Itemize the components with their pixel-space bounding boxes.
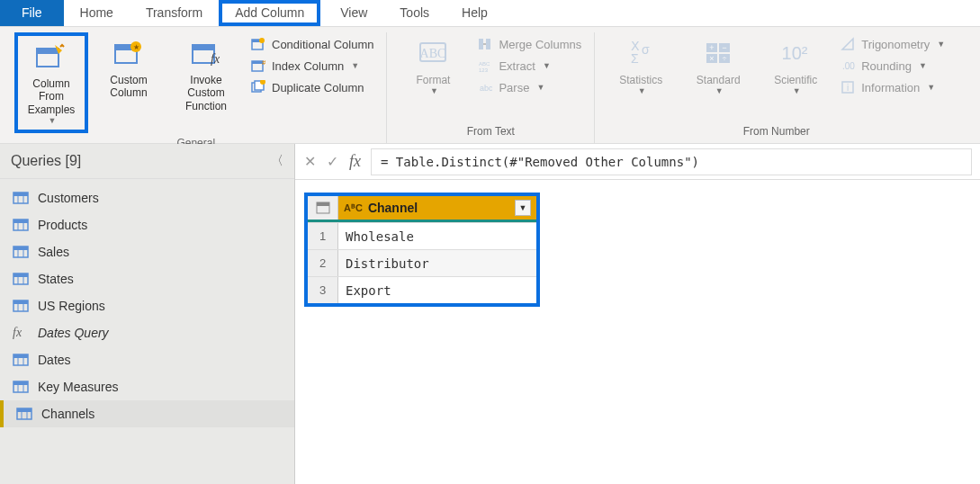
query-item-dates[interactable]: Dates	[0, 346, 294, 373]
query-item-sales[interactable]: Sales	[0, 238, 294, 265]
queries-header: Queries [9] 〈	[0, 144, 294, 179]
query-item-channels[interactable]: Channels	[0, 400, 294, 427]
ribbon-group-from-number: X̄σΣ Statistics ▼ +−×÷ Standard ▼ 10² Sc…	[595, 32, 958, 143]
svg-point-11	[259, 38, 265, 43]
standard-button[interactable]: +−×÷ Standard ▼	[681, 32, 755, 100]
scientific-label: Scientific	[774, 74, 817, 86]
svg-rect-21	[486, 39, 490, 49]
statistics-button[interactable]: X̄σΣ Statistics ▼	[604, 32, 678, 100]
svg-rect-7	[193, 45, 214, 50]
tab-file[interactable]: File	[0, 0, 64, 26]
table-row[interactable]: 2 Distributor	[308, 249, 536, 276]
statistics-label: Statistics	[619, 74, 662, 86]
chevron-down-icon: ▼	[49, 116, 57, 126]
chevron-down-icon: ▼	[919, 61, 927, 70]
query-item-label: Products	[38, 218, 87, 232]
conditional-column-icon	[250, 36, 266, 52]
svg-text:.00: .00	[842, 61, 855, 71]
svg-text:σ: σ	[642, 42, 650, 57]
trigonometry-button[interactable]: Trigonometry ▼	[840, 36, 945, 52]
statistics-icon: X̄σΣ	[624, 36, 658, 70]
svg-text:×: ×	[710, 54, 715, 63]
svg-rect-45	[13, 220, 28, 223]
trigonometry-label: Trigonometry	[861, 38, 930, 51]
collapse-panel-button[interactable]: 〈	[271, 153, 283, 169]
query-item-customers[interactable]: Customers	[0, 184, 294, 211]
table-corner-button[interactable]	[308, 196, 338, 220]
chevron-down-icon: ▼	[638, 86, 646, 96]
tab-home[interactable]: Home	[64, 0, 130, 26]
scientific-icon: 10²	[778, 36, 813, 70]
table-row[interactable]: 3 Export	[308, 276, 536, 303]
index-column-button[interactable]: # Index Column ▼	[250, 58, 373, 74]
query-item-us-regions[interactable]: US Regions	[0, 292, 294, 319]
svg-text:10²: 10²	[782, 43, 808, 63]
duplicate-column-button[interactable]: Duplicate Column	[250, 79, 373, 95]
table-icon	[13, 354, 29, 366]
fx-icon: fx	[13, 326, 29, 340]
tab-view[interactable]: View	[324, 0, 383, 26]
custom-column-label: Custom Column	[94, 74, 164, 100]
chevron-down-icon: ▼	[543, 61, 551, 70]
svg-text:ABC: ABC	[420, 47, 446, 60]
svg-text:−: −	[723, 43, 727, 52]
standard-icon: +−×÷	[701, 36, 735, 70]
query-item-key-measures[interactable]: Key Measures	[0, 373, 294, 400]
query-item-products[interactable]: Products	[0, 211, 294, 238]
cell: Wholesale	[338, 223, 536, 249]
query-item-dates-query[interactable]: fx Dates Query	[0, 319, 294, 346]
rounding-button[interactable]: .00 Rounding ▼	[840, 58, 945, 74]
merge-columns-button[interactable]: Merge Columns	[477, 36, 581, 52]
ribbon-group-from-text-label: From Text	[467, 121, 515, 143]
svg-rect-49	[13, 246, 28, 250]
column-from-examples-button[interactable]: Column From Examples ▼	[14, 32, 88, 133]
fx-icon: fx	[349, 152, 361, 171]
extract-button[interactable]: ABC123 Extract ▼	[477, 58, 581, 74]
format-icon: ABC	[416, 36, 450, 70]
trigonometry-icon	[840, 36, 856, 52]
information-label: Information	[861, 81, 920, 94]
svg-rect-65	[13, 381, 28, 385]
custom-column-icon: ★	[112, 36, 146, 70]
table-row[interactable]: 1 Wholesale	[308, 222, 536, 249]
table-icon	[13, 219, 29, 231]
table-header-row: AᴮC Channel ▼	[308, 196, 536, 222]
column-name: Channel	[368, 201, 418, 215]
column-type-icon: AᴮC	[344, 202, 363, 214]
svg-text:★: ★	[133, 43, 139, 51]
parse-button[interactable]: abc Parse ▼	[477, 79, 581, 95]
row-number: 3	[308, 277, 338, 303]
queries-header-label: Queries [9]	[11, 153, 81, 169]
query-list: Customers Products Sales States US Regio…	[0, 179, 294, 433]
rounding-label: Rounding	[861, 59, 912, 73]
extract-label: Extract	[499, 59, 535, 73]
ribbon-group-general: Column From Examples ▼ ★ Custom Column f…	[5, 32, 387, 143]
conditional-column-button[interactable]: Conditional Column	[250, 36, 373, 52]
accept-formula-button[interactable]: ✓	[327, 153, 338, 170]
column-header-channel[interactable]: AᴮC Channel ▼	[338, 196, 536, 220]
column-from-examples-icon	[34, 40, 68, 74]
conditional-column-label: Conditional Column	[272, 38, 373, 51]
queries-panel: Queries [9] 〈 Customers Products Sales S…	[0, 144, 295, 484]
information-button[interactable]: i Information ▼	[840, 79, 945, 95]
tab-add-column[interactable]: Add Column	[219, 0, 320, 26]
index-column-label: Index Column	[272, 59, 344, 73]
column-filter-button[interactable]: ▼	[515, 200, 531, 216]
query-item-label: States	[38, 272, 74, 286]
data-table: AᴮC Channel ▼ 1 Wholesale 2 Distributor …	[304, 193, 540, 307]
tab-help[interactable]: Help	[445, 0, 504, 26]
formula-input[interactable]	[372, 149, 971, 175]
query-item-states[interactable]: States	[0, 265, 294, 292]
query-item-label: Sales	[38, 245, 69, 259]
invoke-custom-function-button[interactable]: fx Invoke Custom Function	[169, 32, 243, 116]
tab-transform[interactable]: Transform	[130, 0, 219, 26]
ribbon: Column From Examples ▼ ★ Custom Column f…	[0, 27, 980, 144]
merge-columns-label: Merge Columns	[499, 38, 581, 51]
scientific-button[interactable]: 10² Scientific ▼	[759, 32, 832, 100]
query-item-label: Dates	[38, 353, 71, 367]
cancel-formula-button[interactable]: ✕	[304, 153, 316, 170]
custom-column-button[interactable]: ★ Custom Column	[92, 32, 166, 103]
format-button[interactable]: ABC Format ▼	[396, 32, 470, 100]
tab-tools[interactable]: Tools	[383, 0, 445, 26]
query-item-label: US Regions	[38, 299, 105, 313]
